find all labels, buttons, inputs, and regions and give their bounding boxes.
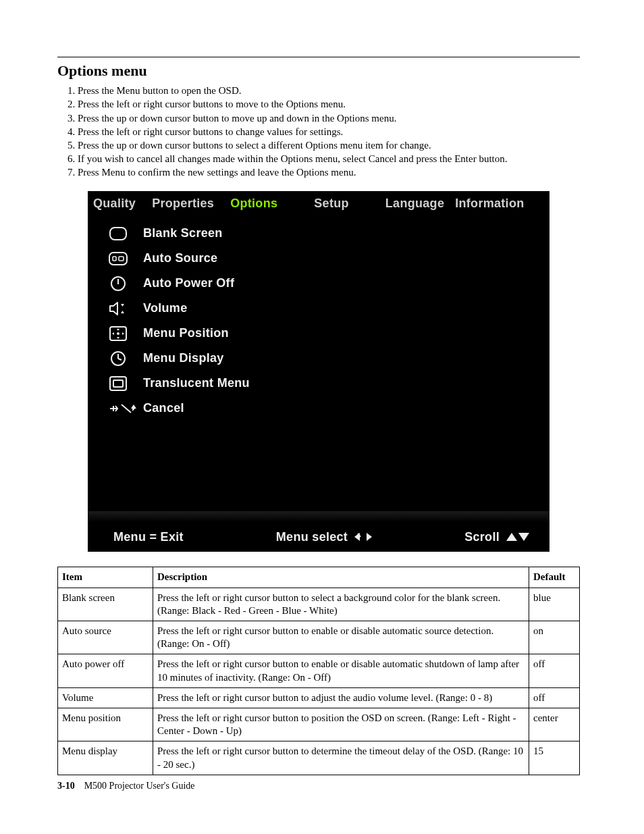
cell-desc: Press the left or right cursor button to… — [153, 687, 529, 708]
cell-item: Auto power off — [58, 654, 153, 687]
cell-default: off — [529, 687, 580, 708]
table-row: Auto source Press the left or right curs… — [58, 621, 580, 654]
osd-footer-exit: Menu = Exit — [113, 529, 184, 545]
svg-rect-1 — [109, 253, 127, 265]
cell-item: Auto source — [58, 621, 153, 654]
svg-marker-26 — [367, 533, 372, 541]
cell-default: 15 — [529, 741, 580, 775]
instruction-step: Press the up or down cursor button to mo… — [78, 112, 580, 125]
page-footer: 3-10M500 Projector User's Guide — [57, 780, 195, 792]
osd-item-auto-power-off[interactable]: Auto Power Off — [88, 271, 549, 296]
svg-marker-28 — [518, 533, 529, 541]
clock-icon — [108, 350, 128, 367]
osd-tab-options[interactable]: Options — [222, 192, 286, 215]
osd-item-label: Menu Display — [143, 350, 224, 366]
osd-item-menu-position[interactable]: Menu Position — [88, 321, 549, 346]
osd-item-label: Volume — [143, 301, 187, 316]
instruction-step: Press the Menu button to open the OSD. — [78, 84, 580, 97]
instruction-step: Press the left or right cursor buttons t… — [78, 126, 580, 138]
cell-default: on — [529, 621, 580, 654]
instruction-step: Press Menu to confirm the new settings a… — [78, 166, 580, 179]
svg-rect-0 — [110, 228, 126, 240]
translucent-menu-icon — [108, 375, 128, 392]
volume-icon — [108, 301, 128, 317]
cell-default: center — [529, 708, 580, 741]
svg-point-10 — [117, 332, 119, 335]
osd-tab-bar: Quality Properties Options Setup Languag… — [88, 191, 549, 215]
section-heading: Options menu — [57, 61, 580, 80]
svg-rect-3 — [119, 257, 124, 261]
osd-item-label: Translucent Menu — [143, 375, 250, 391]
svg-marker-27 — [506, 533, 517, 541]
osd-tab-language[interactable]: Language — [377, 192, 452, 215]
svg-marker-7 — [121, 304, 124, 307]
cell-item: Menu display — [58, 741, 153, 775]
cell-item: Volume — [58, 687, 153, 708]
options-description-table: Item Description Default Blank screen Pr… — [57, 567, 580, 775]
osd-item-menu-display[interactable]: Menu Display — [88, 346, 549, 371]
book-title: M500 Projector User's Guide — [84, 781, 195, 791]
auto-source-icon — [108, 251, 128, 267]
table-row: Blank screen Press the left or right cur… — [58, 588, 580, 621]
table-row: Menu display Press the left or right cur… — [58, 741, 580, 775]
osd-item-label: Auto Source — [143, 251, 217, 266]
svg-rect-2 — [113, 257, 116, 261]
instruction-step: If you wish to cancel all changes made w… — [78, 153, 580, 165]
table-row: Volume Press the left or right cursor bu… — [58, 687, 580, 708]
osd-tab-properties[interactable]: Properties — [144, 192, 222, 215]
osd-footer-select-label: Menu select — [276, 529, 348, 545]
osd-item-translucent-menu[interactable]: Translucent Menu — [88, 371, 549, 396]
blank-screen-icon — [108, 226, 128, 242]
osd-footer-scroll-label: Scroll — [464, 529, 500, 545]
svg-marker-6 — [110, 303, 117, 315]
osd-tab-information[interactable]: Information — [452, 192, 532, 215]
cell-default: blue — [529, 588, 580, 621]
instruction-step: Press the up or down cursor buttons to s… — [78, 139, 580, 152]
col-header-default: Default — [529, 567, 580, 588]
svg-rect-19 — [113, 380, 123, 387]
cell-item: Menu position — [58, 708, 153, 741]
svg-marker-14 — [122, 332, 124, 335]
svg-marker-11 — [117, 328, 119, 330]
svg-line-17 — [118, 359, 122, 360]
col-header-item: Item — [58, 567, 153, 588]
cell-desc: Press the left or right cursor button to… — [153, 654, 529, 687]
cell-desc: Press the left or right cursor button to… — [153, 621, 529, 654]
osd-item-auto-source[interactable]: Auto Source — [88, 246, 549, 271]
osd-item-label: Menu Position — [143, 325, 229, 341]
menu-position-icon — [108, 325, 128, 342]
left-right-arrows-icon — [354, 531, 372, 542]
svg-marker-8 — [121, 311, 124, 313]
osd-tab-quality[interactable]: Quality — [88, 192, 144, 215]
osd-footer: Menu = Exit Menu select Scroll — [88, 522, 549, 552]
cell-desc: Press the left or right cursor button to… — [153, 588, 529, 621]
col-header-description: Description — [153, 567, 529, 588]
osd-item-label: Cancel — [143, 400, 184, 416]
osd-item-cancel[interactable]: Cancel — [88, 396, 549, 421]
cancel-icon — [108, 400, 136, 417]
table-row: Menu position Press the left or right cu… — [58, 708, 580, 741]
cell-item: Blank screen — [58, 588, 153, 621]
instruction-list: Press the Menu button to open the OSD. P… — [64, 84, 580, 179]
cell-default: off — [529, 654, 580, 687]
osd-tab-setup[interactable]: Setup — [306, 192, 357, 215]
cell-desc: Press the left or right cursor button to… — [153, 708, 529, 741]
page-number: 3-10 — [57, 781, 75, 791]
table-row: Auto power off Press the left or right c… — [58, 654, 580, 687]
svg-rect-18 — [110, 377, 126, 390]
svg-marker-25 — [354, 533, 360, 541]
osd-item-label: Blank Screen — [143, 226, 223, 241]
osd-item-blank-screen[interactable]: Blank Screen — [88, 221, 549, 246]
osd-item-volume[interactable]: Volume — [88, 296, 549, 321]
cell-desc: Press the left or right cursor button to… — [153, 741, 529, 775]
svg-marker-12 — [117, 337, 119, 339]
instruction-step: Press the left or right cursor buttons t… — [78, 98, 580, 111]
svg-marker-13 — [112, 332, 114, 335]
power-icon — [108, 276, 128, 292]
osd-screenshot: Quality Properties Options Setup Languag… — [88, 191, 549, 552]
osd-item-label: Auto Power Off — [143, 276, 234, 291]
up-down-arrows-icon — [506, 531, 529, 542]
